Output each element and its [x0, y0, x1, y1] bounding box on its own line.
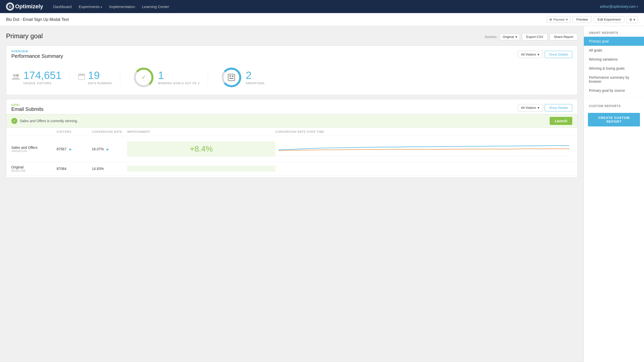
svg-point-12	[223, 69, 240, 86]
stat-divider-2	[120, 70, 120, 85]
row1-visitors-arrow-icon: ▶	[69, 148, 72, 151]
goal-visitors-filter[interactable]: All Visitors ▾	[518, 104, 543, 111]
logo[interactable]: O Optimizely	[6, 3, 43, 11]
col-visitors-header: VISITORS	[57, 130, 92, 133]
user-menu[interactable]: arthur@optimizely.com ▾	[600, 5, 638, 9]
variations-number: 2	[246, 70, 265, 81]
winning-goals-number: 1	[158, 70, 199, 81]
sidebar-item-performance-by-browser[interactable]: Performance summary by browser	[584, 73, 644, 86]
launch-button[interactable]: Launch	[550, 117, 572, 125]
row1-rate-arrow-icon: ▶	[107, 148, 109, 151]
baseline-label: Baseline:	[485, 35, 497, 39]
page-header: Primary goal Baseline: Original ▾ Export…	[6, 32, 578, 40]
svg-rect-16	[229, 78, 233, 79]
logo-icon: O	[6, 3, 14, 11]
col-name-header	[11, 130, 57, 133]
paused-label: Paused	[553, 18, 565, 21]
stat-divider-3	[208, 70, 208, 85]
goal-visitors-arrow-icon: ▾	[538, 106, 539, 110]
sidebar-item-winning-variations[interactable]: Winning variations	[584, 55, 644, 64]
row2-improvement	[127, 166, 275, 172]
visitors-filter-arrow-icon: ▾	[538, 53, 539, 56]
experiment-title: Blu Dot - Email Sign Up Modal Text	[6, 17, 69, 22]
goal-title: Email Submits	[11, 106, 44, 112]
sidebar-item-winning-losing-goals[interactable]: Winning & losing goals	[584, 64, 644, 73]
edit-experiment-button[interactable]: Edit Experiment	[594, 16, 624, 23]
row1-name: Sales and Offers VARIATION	[11, 146, 57, 153]
table-row: Sales and Offers VARIATION 87567 ▶ 16.07…	[6, 136, 577, 162]
user-dropdown-icon: ▾	[637, 5, 638, 8]
nav-implementation[interactable]: Implementation	[109, 5, 135, 9]
days-running-stat: 19 DAYS RUNNING	[78, 70, 112, 85]
share-report-button[interactable]: Share Report	[550, 33, 578, 40]
stat-divider-1	[70, 70, 70, 85]
sidebar-divider	[584, 97, 644, 97]
row1-visitors: 87567 ▶	[57, 147, 92, 151]
goal-card-header: GOAL Email Submits All Visitors ▾ Show D…	[6, 99, 577, 114]
variations-info: 2 VARIATIONS	[246, 70, 265, 85]
table-header-row: VISITORS CONVERSION RATE IMPROVEMENT CON…	[6, 128, 577, 136]
sidebar-item-primary-goal-by-source[interactable]: Primary goal by source	[584, 86, 644, 95]
visitors-filter-value: All Visitors	[521, 53, 536, 56]
nav-learning-center[interactable]: Learning Center	[142, 5, 169, 9]
goal-header-left: GOAL Email Submits	[11, 103, 44, 112]
row2-name: Original BASELINE	[11, 165, 57, 172]
variations-donut	[220, 66, 243, 89]
unique-visitors-info: 174,651 UNIQUE VISITORS	[23, 70, 62, 85]
performance-summary-header-left: OVERVIEW Performance Summary	[11, 50, 63, 59]
col-improvement-header: IMPROVEMENT	[127, 130, 275, 133]
performance-summary-card: OVERVIEW Performance Summary All Visitor…	[6, 46, 578, 95]
svg-rect-14	[229, 75, 231, 77]
row1-rate: 16.07% ▶	[92, 147, 127, 151]
row1-chart	[275, 139, 572, 159]
baseline-select[interactable]: Original ▾	[500, 33, 520, 40]
sidebar: SMART REPORTS Primary goal All goals Win…	[584, 26, 644, 362]
svg-rect-13	[228, 74, 235, 81]
header-controls: Baseline: Original ▾ Export CSV Share Re…	[485, 33, 578, 40]
sidebar-item-all-goals[interactable]: All goals	[584, 46, 644, 55]
settings-button[interactable]: ⚙ ▾	[626, 16, 638, 23]
winning-goals-stat: ✓ 1 WINNING GOALS OUT OF 2	[132, 66, 199, 89]
goal-show-details-button[interactable]: Show Details	[545, 104, 572, 111]
days-running-label: DAYS RUNNING	[88, 82, 112, 85]
goal-label: GOAL	[11, 103, 44, 106]
svg-text:O: O	[9, 5, 11, 9]
sidebar-item-primary-goal[interactable]: Primary goal	[584, 37, 644, 46]
logo-text: Optimizely	[15, 3, 43, 10]
unique-visitors-stat: 174,651 UNIQUE VISITORS	[11, 70, 62, 85]
goal-data-table: VISITORS CONVERSION RATE IMPROVEMENT CON…	[6, 128, 577, 177]
paused-status[interactable]: Paused ▾	[547, 16, 571, 23]
winning-goals-donut: ✓	[132, 66, 155, 89]
main-layout: Primary goal Baseline: Original ▾ Export…	[0, 26, 644, 362]
custom-reports-label: CUSTOM REPORTS	[584, 99, 644, 110]
settings-arrow-icon: ▾	[633, 18, 635, 22]
visitors-filter-select[interactable]: All Visitors ▾	[518, 51, 543, 58]
calendar-icon	[78, 73, 85, 82]
create-custom-report-button[interactable]: CREATE CUSTOM REPORT	[588, 113, 640, 126]
overview-label: OVERVIEW	[11, 50, 63, 53]
svg-text:✓: ✓	[141, 74, 146, 80]
unique-visitors-label: UNIQUE VISITORS	[23, 82, 62, 85]
stats-row: 174,651 UNIQUE VISITORS	[6, 61, 577, 95]
winning-goals-label: WINNING GOALS OUT OF 2	[158, 82, 199, 85]
svg-point-3	[16, 74, 19, 77]
goal-header-controls: All Visitors ▾ Show Details	[518, 104, 572, 111]
experiment-bar: Blu Dot - Email Sign Up Modal Text Pause…	[0, 13, 644, 26]
paused-arrow-icon: ▾	[566, 18, 568, 21]
experiment-controls: Paused ▾ Preview Edit Experiment ⚙ ▾	[547, 16, 638, 23]
preview-button[interactable]: Preview	[573, 16, 592, 23]
win-banner: ✓ Sales and Offers is currently winning.…	[6, 114, 577, 128]
winning-goals-info: 1 WINNING GOALS OUT OF 2	[158, 70, 199, 85]
col-chart-header: CONVERSION RATE OVER TIME	[275, 130, 572, 133]
nav-dashboard[interactable]: Dashboard	[53, 5, 71, 9]
nav-links: Dashboard Experiments ▾ Implementation L…	[53, 5, 169, 9]
content-area: Primary goal Baseline: Original ▾ Export…	[0, 26, 584, 362]
export-csv-button[interactable]: Export CSV	[522, 33, 548, 40]
row1-improvement: +8.4%	[127, 141, 275, 157]
page-title: Primary goal	[6, 32, 43, 40]
show-details-button[interactable]: Show Details	[545, 51, 572, 58]
nav-experiments[interactable]: Experiments ▾	[79, 5, 102, 9]
goal-visitors-filter-value: All Visitors	[521, 106, 536, 110]
baseline-arrow-icon: ▾	[515, 35, 517, 39]
top-navigation: O Optimizely Dashboard Experiments ▾ Imp…	[0, 0, 644, 13]
